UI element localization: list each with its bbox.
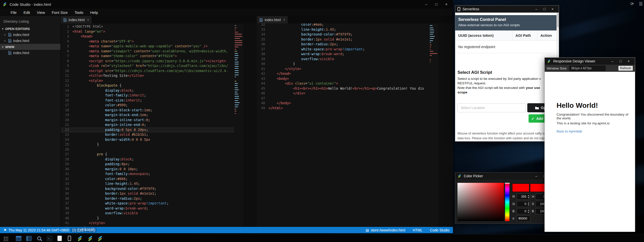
code-line[interactable]: 34 background-color:#f9f9f9; xyxy=(257,32,429,37)
title-bar[interactable]: Code Studio - index.html – □ × xyxy=(0,0,453,9)
code-line[interactable]: 9 <link rel="stylesheet" href="https://c… xyxy=(61,63,234,68)
script-location-input[interactable] xyxy=(457,103,526,112)
code-line[interactable]: 30 margin:0 0 10px; xyxy=(61,167,234,172)
status-app-name[interactable]: Code Studio xyxy=(430,228,449,232)
code-line[interactable]: 26 xyxy=(61,147,234,152)
code-line[interactable]: 4 <meta charset="UTF-8"> xyxy=(61,39,234,44)
code-line[interactable]: 2<html lang="en"> xyxy=(61,29,234,34)
close-button[interactable]: × xyxy=(625,58,633,65)
menu-icon[interactable]: ☰ xyxy=(637,1,644,7)
files-app-icon[interactable] xyxy=(15,235,22,242)
hex-input[interactable] xyxy=(517,216,530,222)
spinner-icon[interactable]: ⟳ xyxy=(629,1,635,7)
flag-icon[interactable]: ⚑ xyxy=(4,228,7,232)
close-icon[interactable]: × xyxy=(3,39,7,43)
settings-app-icon[interactable] xyxy=(25,235,32,242)
close-icon[interactable]: × xyxy=(283,18,285,22)
status-language[interactable]: HTML xyxy=(413,228,422,232)
pane-divider[interactable] xyxy=(243,23,257,227)
code-line[interactable]: 42 </head> xyxy=(257,71,429,76)
minimize-button[interactable]: – xyxy=(421,0,431,9)
code-line[interactable]: 37 white-space:pre-wrap!important; xyxy=(61,201,234,206)
code-line[interactable]: 33 line-height:1.45; xyxy=(61,181,234,186)
close-button[interactable]: × xyxy=(441,0,451,9)
minimize-button[interactable]: – xyxy=(608,58,617,65)
code-line[interactable]: 35 border:1px solid #e1e1e1; xyxy=(257,37,429,42)
phone-app-icon[interactable] xyxy=(66,235,73,242)
code-line[interactable]: 49</html> xyxy=(257,106,429,111)
code-line[interactable]: 39 overflow:visible xyxy=(257,57,429,62)
code-line[interactable]: 11 <title>Testing Site</title> xyxy=(61,73,234,78)
sidebar-section-www[interactable]: ▾WWW xyxy=(0,44,60,50)
code-line[interactable]: 35 border:1px solid #e1e1e1; xyxy=(61,191,234,196)
hue-slider-thumb[interactable] xyxy=(505,183,510,184)
title-bar[interactable]: Serverless – □ × xyxy=(455,6,559,13)
menu-help[interactable]: Help xyxy=(90,10,98,15)
code-line[interactable]: 32 color:#666; xyxy=(257,23,429,27)
code-line[interactable]: 36 border-radius:2px; xyxy=(257,42,429,47)
code-line[interactable]: 34 background-color:#f9f9f9; xyxy=(61,186,234,191)
code-line[interactable]: 32 color:#666; xyxy=(61,177,234,182)
code-line[interactable]: 3 <head> xyxy=(61,34,234,39)
menu-edit[interactable]: Edit xyxy=(23,10,30,15)
code-line[interactable]: 27 pre { xyxy=(61,152,234,157)
close-icon[interactable]: × xyxy=(87,18,89,22)
maximize-button[interactable]: □ xyxy=(540,6,548,13)
code-line[interactable]: 47 xyxy=(257,96,429,101)
code-line[interactable]: 28 display:block; xyxy=(61,157,234,162)
document-app-icon[interactable] xyxy=(56,235,63,242)
menu-file[interactable]: File xyxy=(11,10,17,15)
code-line[interactable]: 5 <meta name="apple-mobile-web-app-capab… xyxy=(61,44,234,49)
code-line[interactable]: 20 margin-inline-start:0; xyxy=(61,118,234,123)
code-line[interactable]: 24 border-width:0 0 0 5px xyxy=(61,137,234,142)
code-line[interactable]: 41 </style> xyxy=(61,221,234,226)
editor-pane-left[interactable]: 1<!DOCTYPE html>2<html lang="en">3 <head… xyxy=(61,23,234,227)
code-line[interactable]: 38 word-wrap:break-word; xyxy=(257,52,429,57)
window-size-input[interactable] xyxy=(569,66,605,71)
code-line[interactable]: 39 overflow:visible xyxy=(61,211,234,216)
minimize-button[interactable]: – xyxy=(532,172,540,180)
status-file-path[interactable]: ▤ store:/www/index.html xyxy=(366,228,405,232)
code-line[interactable]: 36 border-radius:2px; xyxy=(61,196,234,201)
code-line[interactable]: 19 margin-block-end:1em; xyxy=(61,113,234,118)
code-line[interactable]: 10 <script src="https://cdnjs.cloudflare… xyxy=(61,68,234,74)
minimize-button[interactable]: – xyxy=(532,6,540,13)
code-line[interactable]: 33 line-height:1.45; xyxy=(257,27,429,32)
sidebar-item-index-html[interactable]: ×index.html xyxy=(0,32,60,38)
stepper-icon[interactable] xyxy=(527,194,530,199)
code-line[interactable]: 48 </body> xyxy=(257,101,429,106)
code-line[interactable]: 6 <meta name="viewport" content="user-sc… xyxy=(61,49,234,54)
code-line[interactable]: 37 white-space:pre-wrap!important; xyxy=(257,47,429,52)
scrollbar-thumb[interactable] xyxy=(557,13,559,27)
hue-slider[interactable] xyxy=(505,183,509,221)
menu-tools[interactable]: Tools xyxy=(75,10,83,15)
maximize-button[interactable]: □ xyxy=(617,58,625,65)
code-line[interactable]: 40 } xyxy=(61,216,234,221)
menu-view[interactable]: View xyxy=(37,10,45,15)
close-button[interactable]: × xyxy=(548,6,557,13)
refresh-button[interactable]: Refresh xyxy=(618,66,633,71)
code-line[interactable]: 7 <meta name="theme-color" content="#ff9… xyxy=(61,54,234,59)
app-launcher-icon[interactable] xyxy=(2,235,9,242)
code-line[interactable]: 16 font-size:inherit; xyxy=(61,98,234,103)
code-line[interactable]: 13 blockquote { xyxy=(61,83,234,88)
code-line[interactable]: 17 color:#999; xyxy=(61,103,234,108)
code-studio-app-icon[interactable] xyxy=(76,235,83,242)
code-studio-app-icon[interactable] xyxy=(87,235,94,242)
saturation-picker[interactable] xyxy=(457,183,504,221)
stepper-icon[interactable] xyxy=(527,209,530,214)
maximize-button[interactable]: □ xyxy=(431,0,441,9)
code-line[interactable]: 29 padding:8px; xyxy=(61,162,234,167)
title-bar[interactable]: Color Picker – □ × xyxy=(455,172,559,180)
sidebar-item-index-html[interactable]: index.html xyxy=(0,50,60,56)
code-line[interactable]: 21 margin-inline-end:0; xyxy=(61,122,234,127)
code-line[interactable]: 46 </div> xyxy=(257,91,429,96)
code-line[interactable]: 41 </style> xyxy=(257,66,429,72)
close-icon[interactable]: × xyxy=(3,33,7,37)
minimap[interactable] xyxy=(429,23,438,227)
tab-index-html[interactable]: index.html × xyxy=(61,16,92,23)
code-studio-app-icon[interactable] xyxy=(97,235,103,242)
tab-index-html[interactable]: index.html × xyxy=(257,16,288,23)
code-line[interactable]: 38 word-wrap:break-word; xyxy=(61,206,234,211)
back-link[interactable]: Back to Aprintlab xyxy=(557,129,582,133)
